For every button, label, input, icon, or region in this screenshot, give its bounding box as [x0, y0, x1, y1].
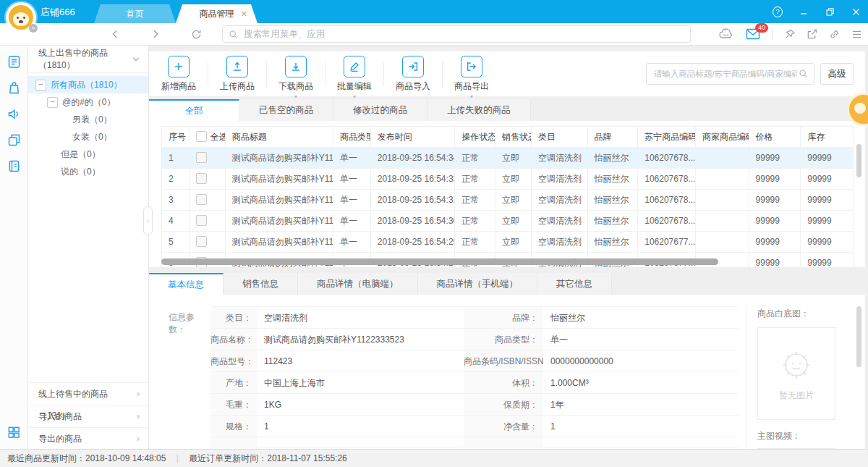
rail-shop-bag-icon[interactable] [7, 80, 22, 96]
list-tab[interactable]: 上传失败的商品 [427, 99, 531, 121]
rail-notes-icon[interactable] [7, 159, 22, 174]
column-header: 商家商品编码 [696, 127, 749, 148]
row-checkbox[interactable] [196, 236, 207, 247]
tree-item[interactable]: −@的#的（0） [28, 93, 148, 111]
global-search-input[interactable] [242, 28, 684, 40]
sidebar-bottom-label: 导出的商品 [38, 428, 82, 450]
row-checkbox[interactable] [196, 173, 207, 184]
table-cell: 99999 [749, 169, 801, 190]
link-icon[interactable] [829, 29, 840, 40]
refresh-icon[interactable] [191, 29, 202, 40]
sidebar-bottom-item[interactable]: 导入的商品› [28, 405, 148, 427]
collapse-box-icon[interactable]: − [47, 97, 58, 108]
tree-item[interactable]: 但是（0） [28, 146, 148, 163]
toolbar-button-import[interactable]: 商品导入 [388, 54, 438, 93]
minimize-icon[interactable] [799, 7, 809, 17]
detail-body: 信息参数： 类目：空调清洗剂品牌：怡丽丝尔商品名称：测试商品请勿购买邮补Y112… [149, 295, 865, 450]
list-tab[interactable]: 修改过的商品 [333, 99, 427, 121]
table-cell: 99999 [801, 211, 854, 232]
close-icon[interactable] [851, 7, 861, 17]
pin-icon[interactable] [784, 29, 795, 40]
row-checkbox[interactable] [196, 152, 207, 163]
white-bg-image-label: 商品白底图： [757, 308, 858, 320]
dropdown-caret-icon[interactable]: ▾ [329, 94, 380, 100]
tab-home[interactable]: 首页 [94, 4, 176, 23]
tab-close-icon[interactable]: ✕ [241, 4, 247, 23]
dropdown-caret-icon[interactable]: ▾ [446, 94, 497, 100]
tab-product-management[interactable]: 商品管理 ✕ [176, 4, 258, 23]
table-cell: 单一 [333, 148, 371, 169]
detail-vertical-scrollbar[interactable] [856, 306, 861, 367]
panel-collapse-handle[interactable]: ‹ [143, 206, 153, 235]
detail-tab[interactable]: 商品详情（电脑端） [298, 273, 418, 295]
table-row[interactable]: 3测试商品请勿购买邮补Y1122...单一2018-09-25 16:54:31… [162, 190, 854, 211]
table-cell: 正常 [455, 169, 495, 190]
list-tab[interactable]: 全部 [149, 99, 239, 121]
detail-tab[interactable]: 其它信息 [537, 273, 612, 295]
table-cell: 测试商品请勿购买邮补Y1122... [226, 148, 333, 169]
tree-item[interactable]: 男装（0） [28, 111, 148, 128]
toolbar-divider [383, 62, 384, 86]
toolbar-button-upload[interactable]: 上传商品 [212, 54, 263, 93]
column-header-label: 类目 [538, 127, 556, 147]
forward-icon[interactable] [150, 29, 161, 39]
help-icon[interactable]: ? [773, 7, 783, 17]
category-panel-header[interactable]: 线上出售中的商品（1810） [28, 46, 148, 73]
table-cell: 怡丽丝尔 [588, 232, 639, 253]
select-all-checkbox[interactable] [196, 131, 207, 142]
search-icon[interactable] [799, 69, 808, 78]
product-search[interactable] [646, 63, 814, 85]
table-cell: 99999 [749, 253, 801, 268]
sidebar-bottom-item[interactable]: 线上待售中的商品（131）› [28, 382, 148, 405]
back-icon[interactable] [110, 29, 120, 39]
table-row[interactable]: 5测试商品请勿购买邮补Y1122...单一2018-09-25 16:54:29… [162, 232, 854, 253]
table-row[interactable]: 2测试商品请勿购买邮补Y1122...单一2018-09-25 16:54:33… [162, 169, 854, 190]
messages-count-badge: 40 [755, 23, 768, 33]
collapse-box-icon[interactable]: − [35, 80, 46, 91]
global-search[interactable] [222, 25, 691, 43]
cloud-icon[interactable] [718, 28, 734, 41]
table-vertical-scrollbar[interactable] [856, 144, 861, 177]
open-external-icon[interactable] [807, 29, 817, 40]
maximize-icon[interactable] [825, 7, 835, 17]
rail-apps-grid-icon[interactable] [7, 425, 21, 439]
horizontal-scrollbar[interactable] [161, 258, 718, 265]
toolbar-button-edit[interactable]: 批量编辑▾ [329, 54, 380, 93]
advanced-search-button[interactable]: 高级 [820, 63, 854, 85]
column-header-select-all: 全选 [190, 127, 226, 148]
detail-form: 类目：空调清洗剂品牌：怡丽丝尔商品名称：测试商品请勿购买邮补Y112233352… [210, 306, 739, 450]
table-row[interactable]: 1测试商品请勿购买邮补Y1122...单一2018-09-25 16:54:34… [162, 148, 854, 169]
detail-tab[interactable]: 销售信息 [224, 273, 298, 295]
tree-item[interactable]: 说的（0） [28, 163, 148, 180]
row-checkbox[interactable] [196, 215, 207, 226]
dropdown-caret-icon[interactable]: ▾ [271, 94, 321, 100]
rail-print-orders-icon[interactable] [7, 132, 22, 148]
rail-product-list-icon[interactable] [7, 54, 22, 70]
detail-tab[interactable]: 基本信息 [149, 273, 224, 295]
list-tab[interactable]: 已售空的商品 [239, 99, 333, 121]
messages-icon[interactable]: 40 [746, 28, 760, 40]
table-cell: 空调清洗剂 [532, 169, 588, 190]
sidebar-bottom-item[interactable]: 导出的商品› [28, 427, 148, 450]
detail-tab[interactable]: 商品详情（手机端） [418, 273, 538, 295]
table-cell: 单一 [333, 211, 371, 232]
product-search-input[interactable] [652, 69, 799, 79]
main-video-label: 主图视频： [757, 430, 858, 442]
toolbar-button-export[interactable]: 商品导出▾ [446, 54, 497, 93]
product-list-tabs: 全部已售空的商品修改过的商品上传失败的商品 [149, 99, 865, 121]
table-cell: 立即 [495, 211, 532, 232]
tree-item[interactable]: 女装（0） [28, 128, 148, 146]
table-cell [696, 169, 749, 190]
row-checkbox[interactable] [196, 194, 207, 205]
tree-item[interactable]: −所有商品（1810） [28, 76, 148, 93]
toolbar-button-download[interactable]: 下载商品▾ [271, 54, 321, 93]
table-cell: 测试商品请勿购买邮补Y1122... [226, 232, 333, 253]
table-row[interactable]: 4测试商品请勿购买邮补Y1122...单一2018-09-25 16:54:30… [162, 211, 854, 232]
chevron-right-icon: › [137, 428, 140, 450]
menu-icon[interactable] [851, 30, 862, 39]
store-avatar[interactable]: × [6, 2, 36, 33]
toolbar-button-plus[interactable]: 新增商品 [153, 54, 204, 93]
rail-marketing-icon[interactable] [7, 106, 22, 122]
detail-form-row: 毛重：1KG保质期：1年 [210, 394, 739, 416]
image-placeholder[interactable]: 暂无图片 [757, 327, 835, 420]
